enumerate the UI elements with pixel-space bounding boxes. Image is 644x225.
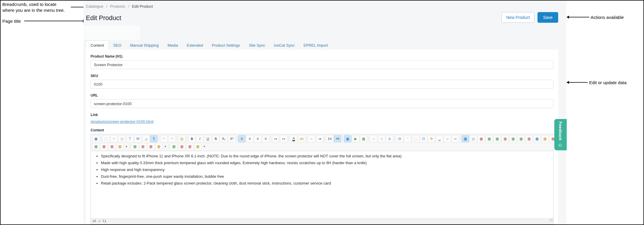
blockquote-icon[interactable]: “ bbox=[404, 135, 411, 142]
table-menu-caret-1[interactable]: ▾ bbox=[124, 143, 129, 150]
smiley-insert-icon[interactable]: ☺ bbox=[444, 135, 451, 142]
table-properties-icon[interactable]: ▦ bbox=[470, 135, 477, 142]
row-delete-icon-1[interactable]: ▦ bbox=[100, 143, 108, 150]
text-input[interactable] bbox=[91, 60, 553, 69]
div-container-icon[interactable]: ▣ bbox=[344, 135, 351, 142]
editor-element-path[interactable]: ul » li bbox=[91, 219, 553, 224]
tab-product-settings[interactable]: Product Settings bbox=[207, 40, 244, 50]
editor-content-area[interactable]: Specifically designed to fit iPhone 11 a… bbox=[91, 151, 553, 219]
row-insert-icon-1[interactable]: ▦ bbox=[92, 143, 100, 150]
outdent-icon[interactable]: ⇤ bbox=[308, 135, 315, 142]
breadcrumb-current: Edit Product bbox=[132, 4, 153, 9]
nbsp-icon[interactable]: ␣ bbox=[436, 135, 443, 142]
text-color-icon[interactable]: A bbox=[290, 135, 297, 142]
toolbar-separator bbox=[159, 136, 159, 141]
show-blocks-icon[interactable]: ▢ bbox=[412, 135, 419, 142]
link-icon[interactable]: ∞ bbox=[370, 135, 377, 142]
unlink-icon[interactable]: ⊘ bbox=[378, 135, 385, 142]
tab-extended[interactable]: Extended bbox=[182, 40, 207, 50]
col-delete-icon-3[interactable]: ▦ bbox=[186, 143, 194, 150]
underline-icon[interactable]: U bbox=[204, 135, 212, 142]
page-break-icon[interactable]: ⊟ bbox=[396, 135, 403, 142]
copy-icon[interactable]: ▥ bbox=[118, 135, 126, 142]
subscript-icon[interactable]: X₂ bbox=[220, 135, 227, 142]
text-input[interactable] bbox=[91, 99, 553, 108]
indent-icon[interactable]: ⇥ bbox=[316, 135, 323, 142]
cell-properties-icon[interactable]: ▦ bbox=[533, 135, 541, 142]
media-embed-icon[interactable]: ▶ bbox=[352, 135, 359, 142]
toolbar-glyph: ▦ bbox=[196, 145, 199, 148]
tab-media[interactable]: Media bbox=[163, 40, 182, 50]
cells-merge-icon-3[interactable]: ▦ bbox=[194, 143, 201, 150]
table-menu-caret-2[interactable]: ▾ bbox=[163, 143, 168, 150]
breadcrumb-link-products[interactable]: Products bbox=[110, 4, 125, 9]
bg-color-icon[interactable]: ab bbox=[298, 135, 305, 142]
bold-icon[interactable]: B bbox=[188, 135, 196, 142]
table-icon[interactable]: ▦ bbox=[462, 135, 469, 142]
new-page-icon[interactable]: ▢ bbox=[102, 135, 110, 142]
bidi-ltr-icon[interactable]: ↦ bbox=[272, 135, 279, 142]
col-delete-icon-2[interactable]: ▦ bbox=[147, 143, 155, 150]
text-input[interactable] bbox=[91, 80, 553, 89]
breadcrumb-link-catalogue[interactable]: Catalogue bbox=[86, 4, 103, 9]
product-link[interactable]: /products/screen-protector-0100.html bbox=[91, 119, 153, 124]
col-insert-left-icon[interactable]: ▦ bbox=[509, 135, 517, 142]
widget-settings-icon[interactable]: ⚙ bbox=[428, 135, 435, 142]
table-menu-caret-3[interactable]: ▾ bbox=[202, 143, 207, 150]
row-insert-icon-3[interactable]: ▦ bbox=[170, 143, 178, 150]
bidi-rtl-icon[interactable]: ↤ bbox=[280, 135, 287, 142]
row-delete-icon[interactable]: ▦ bbox=[502, 135, 509, 142]
row-insert-below-icon[interactable]: ▦ bbox=[494, 135, 501, 142]
align-right-icon[interactable]: ≡ bbox=[254, 135, 261, 142]
feedback-button[interactable]: Feedback ☺ bbox=[554, 119, 567, 150]
col-insert-right-icon[interactable]: ▦ bbox=[517, 135, 525, 142]
numbered-list-icon[interactable]: 1≡ bbox=[326, 135, 333, 142]
templates-icon[interactable]: ▤ bbox=[178, 135, 186, 142]
toolbar-glyph: ▦ bbox=[362, 137, 365, 141]
tab-eprel-import[interactable]: EPREL Import bbox=[299, 40, 332, 50]
tab-manual-shipping[interactable]: Manual Shipping bbox=[126, 40, 163, 50]
save-button[interactable]: Save bbox=[538, 12, 558, 23]
align-left-icon[interactable]: ≡ bbox=[238, 135, 245, 142]
cells-merge-icon[interactable]: ▦ bbox=[541, 135, 549, 142]
align-center-icon[interactable]: ≡ bbox=[246, 135, 253, 142]
save-icon[interactable]: ▣ bbox=[92, 135, 100, 142]
cells-merge-icon-1[interactable]: ▦ bbox=[116, 143, 124, 150]
tab-site-sync[interactable]: Site Sync bbox=[245, 40, 270, 50]
remove-format-icon[interactable]: ◢ bbox=[142, 135, 150, 142]
tab-seo[interactable]: SEO bbox=[109, 40, 126, 50]
col-delete-icon-1[interactable]: ▦ bbox=[108, 143, 116, 150]
field-label: Product Name (H1) bbox=[91, 54, 553, 58]
table-delete-icon[interactable]: ▦ bbox=[478, 135, 485, 142]
row-delete-icon-3[interactable]: ▦ bbox=[178, 143, 186, 150]
editor-resize-grip[interactable] bbox=[549, 219, 553, 222]
align-justify-icon[interactable]: ≡ bbox=[262, 135, 269, 142]
strikethrough-icon[interactable]: S bbox=[212, 135, 219, 142]
anchor-icon[interactable]: ⚓ bbox=[386, 135, 393, 142]
image-icon[interactable]: ▦ bbox=[360, 135, 367, 142]
row-insert-above-icon[interactable]: ▦ bbox=[486, 135, 493, 142]
breadcrumb-annotation-line1: Breadcrumb, used to locate bbox=[2, 1, 65, 7]
cells-merge-icon-2[interactable]: ▦ bbox=[155, 143, 163, 150]
toolbar-separator bbox=[187, 136, 187, 141]
show-paragraph-icon[interactable]: ¶ bbox=[150, 135, 158, 142]
field-label: Link bbox=[91, 113, 553, 117]
cut-icon[interactable]: ✂ bbox=[110, 135, 118, 142]
toolbar-separator bbox=[325, 136, 325, 141]
undo-icon[interactable]: ↶ bbox=[160, 135, 168, 142]
superscript-icon[interactable]: X² bbox=[228, 135, 235, 142]
row-insert-icon-2[interactable]: ▦ bbox=[131, 143, 139, 150]
paste-text-icon[interactable]: T bbox=[126, 135, 134, 142]
tab-content[interactable]: Content bbox=[86, 40, 109, 50]
paste-word-icon[interactable]: W bbox=[134, 135, 142, 142]
iframe-icon[interactable]: ⊡ bbox=[420, 135, 427, 142]
content-bullet-item: Retail package includes: 2-Pack tempered… bbox=[101, 181, 552, 186]
row-delete-icon-2[interactable]: ▦ bbox=[139, 143, 147, 150]
italic-icon[interactable]: I bbox=[196, 135, 204, 142]
col-delete-icon[interactable]: ▦ bbox=[525, 135, 533, 142]
tab-icecat-sync[interactable]: IceCat Sync bbox=[270, 40, 299, 50]
bulleted-list-icon[interactable]: •≡ bbox=[334, 135, 341, 142]
horizontal-rule-icon[interactable]: ═ bbox=[452, 135, 459, 142]
new-product-button[interactable]: New Product bbox=[502, 12, 535, 23]
redo-icon[interactable]: ↷ bbox=[168, 135, 176, 142]
